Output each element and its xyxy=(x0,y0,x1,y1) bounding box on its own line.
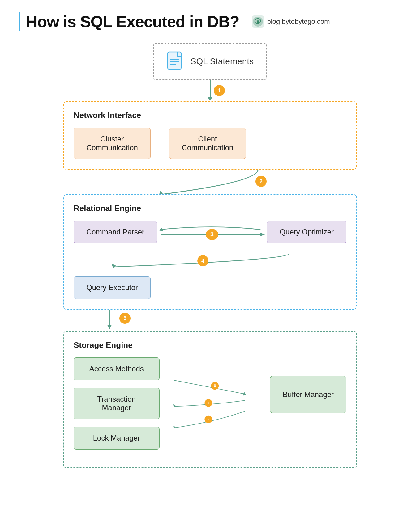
lock-manager-box: Lock Manager xyxy=(74,427,160,450)
network-interface-section: Network Interface ClusterCommunication C… xyxy=(63,101,357,170)
svg-text:5: 5 xyxy=(123,315,126,321)
rel-row2: 4 xyxy=(74,252,346,268)
storage-engine-inner: Access Methods TransactionManager Lock M… xyxy=(74,357,346,458)
storage-arrows-svg: 6 7 8 xyxy=(172,357,258,456)
relational-engine-inner: Command Parser 3 Query Optimizer xyxy=(74,221,346,299)
svg-text:3: 3 xyxy=(210,231,214,238)
svg-text:7: 7 xyxy=(207,401,209,405)
arrow-1-head xyxy=(208,97,212,101)
storage-engine-label: Storage Engine xyxy=(74,340,346,350)
svg-text:8: 8 xyxy=(207,417,209,421)
svg-marker-23 xyxy=(173,404,176,407)
cluster-communication-box: ClusterCommunication xyxy=(74,128,151,159)
arrow-1-line-top xyxy=(210,80,211,90)
arrow-1-container: 1 xyxy=(208,80,212,101)
svg-text:6: 6 xyxy=(214,384,216,388)
rel-arrows-svg: 3 xyxy=(157,223,267,241)
arrow-1-line-bottom xyxy=(210,90,211,97)
network-boxes: ClusterCommunication ClientCommunication xyxy=(74,128,346,159)
arrow-2-area: 2 xyxy=(63,170,357,194)
access-methods-box: Access Methods xyxy=(74,357,160,380)
svg-marker-26 xyxy=(173,426,176,429)
arrow-2-svg: 2 xyxy=(63,170,357,194)
arrow-5-svg: 5 xyxy=(63,310,357,331)
diagram: SQL Statements 1 Network Interface Clust… xyxy=(19,43,401,468)
buffer-manager-box: Buffer Manager xyxy=(270,376,346,413)
svg-text:2: 2 xyxy=(259,178,263,184)
rel-arrows-area: 3 xyxy=(157,223,267,241)
relational-engine-label: Relational Engine xyxy=(74,204,346,213)
storage-left: Access Methods TransactionManager Lock M… xyxy=(74,357,160,450)
relational-engine-section: Relational Engine Command Parser 3 xyxy=(63,194,357,310)
sql-statements-box: SQL Statements xyxy=(153,43,267,80)
arrow-4-svg: 4 xyxy=(74,252,346,268)
client-communication-box: ClientCommunication xyxy=(169,128,246,159)
sql-document-icon xyxy=(166,51,185,72)
logo-icon xyxy=(251,15,265,28)
storage-arrows-column: 6 7 8 xyxy=(172,357,258,458)
svg-marker-17 xyxy=(107,325,112,329)
arrow-5-container: 5 xyxy=(63,310,357,331)
logo: blog.bytebytego.com xyxy=(251,15,330,28)
svg-marker-9 xyxy=(260,233,265,236)
storage-right: Buffer Manager xyxy=(270,357,346,413)
network-interface-label: Network Interface xyxy=(74,111,346,120)
transaction-manager-box: TransactionManager xyxy=(74,388,160,419)
svg-rect-2 xyxy=(168,52,181,69)
sql-label: SQL Statements xyxy=(191,57,254,66)
logo-text: blog.bytebytego.com xyxy=(267,18,330,26)
svg-point-1 xyxy=(257,20,259,23)
command-parser-box: Command Parser xyxy=(74,221,157,243)
svg-text:4: 4 xyxy=(201,258,204,264)
storage-engine-section: Storage Engine Access Methods Transactio… xyxy=(63,331,357,468)
query-optimizer-box: Query Optimizer xyxy=(267,221,346,243)
page-header: How is SQL Executed in DB? blog.bytebyte… xyxy=(19,12,401,31)
rel-row1: Command Parser 3 Query Optimizer xyxy=(74,221,346,243)
page-title: How is SQL Executed in DB? xyxy=(26,12,239,31)
badge-1: 1 xyxy=(214,85,225,96)
rel-row3: Query Executor xyxy=(74,276,346,299)
query-executor-box: Query Executor xyxy=(74,276,151,299)
